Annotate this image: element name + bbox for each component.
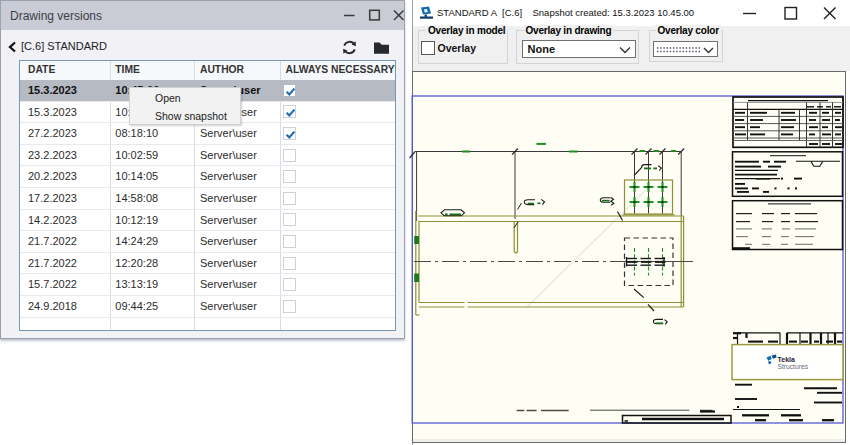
svg-text:Structures: Structures	[778, 363, 809, 370]
svg-text:Tekla: Tekla	[778, 356, 795, 363]
